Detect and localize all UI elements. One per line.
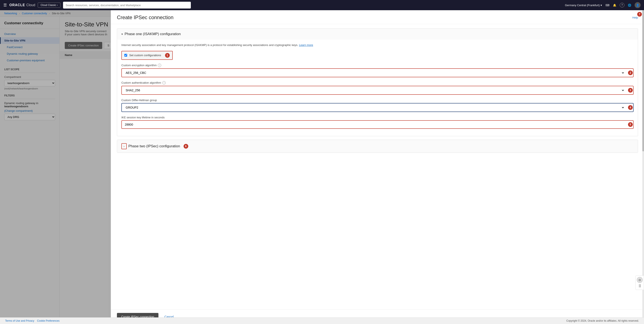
phase2-header-annotated: › bbox=[122, 143, 127, 149]
ike-input[interactable] bbox=[122, 121, 624, 128]
set-custom-label: Set custom configurations bbox=[129, 54, 161, 57]
auth-label: Custom authentication algorithm i bbox=[122, 81, 634, 84]
set-custom-checkbox[interactable] bbox=[124, 54, 127, 57]
footer-bar: Terms of Use and Privacy Cookie Preferen… bbox=[0, 318, 644, 324]
brand-cloud-text: Cloud bbox=[26, 3, 35, 7]
encryption-select-wrapper: AES_256_CBC AES_192_CBC AES_128_CBC 3DES… bbox=[122, 68, 634, 77]
ike-form-group: IKE session key lifetime in seconds 5 bbox=[122, 116, 634, 129]
dh-form-group: Custom Diffie-Hellman group GROUP2 GROUP… bbox=[122, 99, 634, 112]
dh-label: Custom Diffie-Hellman group bbox=[122, 99, 634, 102]
cookie-link[interactable]: Cookie Preferences bbox=[37, 319, 60, 322]
bell-icon[interactable]: 🔔 bbox=[613, 3, 616, 7]
globe-icon[interactable]: 🌐 bbox=[628, 3, 631, 7]
brand-logo: ORACLE Cloud bbox=[9, 3, 35, 7]
encryption-form-group: Custom encryption algorithm i AES_256_CB… bbox=[122, 64, 634, 77]
auth-info-icon[interactable]: i bbox=[162, 81, 166, 84]
panel-header: Create IPSec connection Help bbox=[111, 10, 644, 24]
phase1-heading: Phase one (ISAKMP) configuration bbox=[124, 32, 181, 36]
scroll-widget-grid-icon[interactable]: ⠿ bbox=[638, 284, 641, 289]
brand-oracle-text: ORACLE bbox=[9, 3, 25, 7]
badge-2: 2 bbox=[628, 70, 633, 75]
panel-help-link[interactable]: Help bbox=[632, 16, 638, 19]
user-icon[interactable]: 👤 bbox=[635, 2, 640, 8]
top-navigation: ☰ ORACLE Cloud Cloud Classic › Germany C… bbox=[0, 0, 644, 10]
dh-select[interactable]: GROUP2 GROUP5 GROUP14 GROUP19 GROUP20 bbox=[122, 104, 624, 111]
hamburger-icon[interactable]: ☰ bbox=[4, 3, 7, 7]
auth-select-wrapper: SHA2_256 SHA2_384 SHA2_512 SHA1_96 3 bbox=[122, 86, 634, 95]
phase2-heading: Phase two (IPSec) configuration bbox=[128, 144, 180, 148]
encryption-select[interactable]: AES_256_CBC AES_192_CBC AES_128_CBC 3DES… bbox=[122, 69, 624, 76]
auth-form-group: Custom authentication algorithm i SHA2_2… bbox=[122, 81, 634, 95]
code-icon[interactable]: ⌨ bbox=[606, 3, 610, 7]
badge-4: 4 bbox=[628, 105, 633, 110]
terms-link[interactable]: Terms of Use and Privacy bbox=[5, 319, 34, 322]
ike-label: IKE session key lifetime in seconds bbox=[122, 116, 634, 119]
region-chevron-icon: ▾ bbox=[600, 3, 602, 7]
set-custom-form-group: Set custom configurations 1 bbox=[122, 51, 634, 60]
set-custom-checkbox-row: Set custom configurations 1 bbox=[122, 51, 173, 60]
region-label: Germany Central (Frankfurt) bbox=[565, 3, 600, 7]
encryption-label: Custom encryption algorithm i bbox=[122, 64, 634, 67]
panel-scrollbar-thumb bbox=[642, 10, 644, 151]
dh-select-wrapper: GROUP2 GROUP5 GROUP14 GROUP19 GROUP20 4 bbox=[122, 103, 634, 112]
phase1-accordion: ▾ Phase one (ISAKMP) configuration Inter… bbox=[117, 28, 638, 136]
phase1-accordion-header[interactable]: ▾ Phase one (ISAKMP) configuration bbox=[117, 28, 638, 40]
encryption-info-icon[interactable]: i bbox=[158, 64, 161, 67]
auth-select[interactable]: SHA2_256 SHA2_384 SHA2_512 SHA1_96 bbox=[122, 87, 624, 94]
search-input[interactable] bbox=[63, 2, 191, 8]
cloud-classic-button[interactable]: Cloud Classic › bbox=[38, 2, 60, 8]
footer-copyright: Copyright © 2024, Oracle and/or its affi… bbox=[566, 319, 639, 322]
slide-panel: Create IPSec connection Help ▾ Phase one… bbox=[111, 10, 644, 324]
badge-7: 7 bbox=[637, 12, 642, 16]
panel-body: ▾ Phase one (ISAKMP) configuration Inter… bbox=[111, 24, 644, 309]
footer-left: Terms of Use and Privacy Cookie Preferen… bbox=[5, 319, 60, 322]
phase2-accordion-header[interactable]: › Phase two (IPSec) configuration 6 bbox=[117, 140, 638, 153]
region-selector[interactable]: Germany Central (Frankfurt) ▾ bbox=[565, 3, 602, 7]
phase2-accordion: › Phase two (IPSec) configuration 6 bbox=[117, 140, 638, 153]
scroll-widget-circle-icon[interactable]: ⊙ bbox=[637, 277, 643, 283]
phase2-chevron-icon: › bbox=[124, 145, 124, 148]
learn-more-link[interactable]: Learn more bbox=[299, 43, 313, 47]
help-icon[interactable]: ? bbox=[620, 3, 624, 7]
badge-6: 6 bbox=[184, 144, 188, 149]
badge-1: 1 bbox=[165, 53, 170, 58]
badge-3: 3 bbox=[628, 88, 633, 93]
scroll-widget: ⊙ ⠿ bbox=[636, 276, 644, 290]
phase1-accordion-body: Internet security association and key ma… bbox=[117, 40, 638, 136]
phase1-chevron-icon: ▾ bbox=[122, 32, 123, 36]
top-nav-right-icons: Germany Central (Frankfurt) ▾ ⌨ 🔔 ? 🌐 👤 bbox=[565, 2, 640, 8]
badge-5: 5 bbox=[628, 122, 633, 127]
phase1-description: Internet security association and key ma… bbox=[122, 43, 634, 47]
ike-input-wrapper: 5 bbox=[122, 120, 634, 129]
panel-title: Create IPSec connection bbox=[117, 14, 174, 20]
